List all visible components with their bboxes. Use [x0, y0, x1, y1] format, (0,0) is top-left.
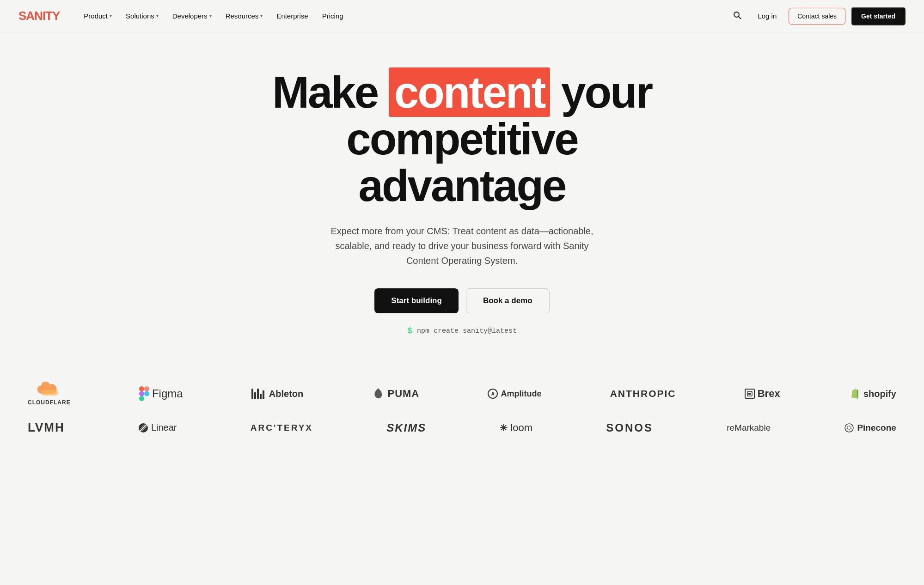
nav-product[interactable]: Product ▾: [78, 8, 117, 24]
hero-section: Make content your competitive advantage …: [231, 32, 693, 363]
code-command: npm create sanity@latest: [417, 327, 517, 335]
navbar: SANITY Product ▾ Solutions ▾ Developers …: [0, 0, 924, 32]
logo-linear: Linear: [138, 422, 177, 433]
logo-shopify: shopify: [849, 387, 896, 400]
contact-sales-button[interactable]: Contact sales: [789, 8, 845, 24]
pinecone-icon: [844, 423, 854, 433]
nav-resources[interactable]: Resources ▾: [220, 8, 269, 24]
nav-pricing[interactable]: Pricing: [317, 8, 349, 24]
logo-puma: PUMA: [372, 387, 419, 400]
hero-subtitle: Expect more from your CMS: Treat content…: [319, 224, 606, 268]
svg-rect-5: [139, 396, 144, 401]
svg-line-1: [739, 16, 741, 18]
logo-ableton: Ableton: [251, 389, 303, 399]
book-demo-button[interactable]: Book a demo: [466, 288, 550, 313]
nav-links: Product ▾ Solutions ▾ Developers ▾ Resou…: [78, 8, 729, 24]
puma-icon: [372, 387, 385, 400]
brex-icon: [745, 389, 755, 399]
logo-lvmh: LVMH: [28, 420, 65, 435]
svg-point-15: [851, 428, 851, 429]
svg-rect-2: [139, 386, 144, 391]
nav-enterprise[interactable]: Enterprise: [271, 8, 313, 24]
get-started-button[interactable]: Get started: [851, 7, 906, 25]
login-button[interactable]: Log in: [751, 8, 783, 24]
svg-point-14: [849, 429, 850, 430]
nav-solutions[interactable]: Solutions ▾: [120, 8, 164, 24]
svg-rect-4: [139, 391, 144, 396]
logo-remarkable: reMarkable: [727, 423, 771, 433]
logo-anthropic: ANTHROPIC: [610, 388, 676, 399]
svg-point-11: [849, 426, 850, 427]
chevron-down-icon: ▾: [209, 13, 212, 18]
logo-amplitude: A Amplitude: [488, 389, 541, 399]
svg-point-13: [847, 428, 848, 429]
ableton-icon: [251, 389, 264, 399]
logo[interactable]: SANITY: [18, 9, 60, 23]
logo-arcteryx: ARC'TERYX: [251, 423, 313, 433]
logo-pinecone: Pinecone: [844, 423, 896, 433]
start-building-button[interactable]: Start building: [374, 288, 459, 313]
chevron-down-icon: ▾: [156, 13, 159, 18]
loom-icon: ✳: [500, 422, 508, 433]
chevron-down-icon: ▾: [260, 13, 263, 18]
logo-skims: SKIMS: [386, 421, 426, 434]
svg-point-12: [851, 427, 851, 427]
logo-sonos: SONOS: [606, 421, 653, 434]
logo-loom: ✳ loom: [500, 422, 532, 434]
svg-point-6: [144, 391, 149, 396]
hero-code-snippet: $ npm create sanity@latest: [240, 326, 684, 335]
amplitude-icon: A: [488, 389, 498, 399]
hero-title: Make content your competitive advantage: [240, 69, 684, 209]
svg-point-9: [845, 424, 853, 432]
chevron-down-icon: ▾: [110, 13, 112, 18]
hero-highlight: content: [389, 67, 551, 117]
figma-icon: [139, 386, 149, 401]
logo-cloudflare: CLOUDFLARE: [28, 382, 71, 406]
logo-brex: Brex: [745, 388, 780, 400]
logos-row-2: LVMH Linear ARC'TERYX SKIMS ✳ loom SONOS…: [28, 420, 896, 435]
nav-right: Log in Contact sales Get started: [729, 7, 906, 25]
svg-rect-3: [144, 386, 149, 391]
hero-buttons: Start building Book a demo: [240, 288, 684, 313]
logos-section: CLOUDFLARE Figma Ableton: [0, 363, 924, 477]
shopify-icon: [849, 387, 861, 400]
search-button[interactable]: [729, 7, 746, 25]
svg-point-10: [847, 427, 848, 427]
logo-figma: Figma: [139, 386, 183, 401]
nav-developers[interactable]: Developers ▾: [167, 8, 217, 24]
dollar-sign: $: [407, 326, 412, 335]
logos-row-1: CLOUDFLARE Figma Ableton: [28, 382, 896, 406]
linear-icon: [138, 423, 148, 433]
cloudflare-icon: [37, 382, 61, 396]
search-icon: [733, 11, 742, 20]
